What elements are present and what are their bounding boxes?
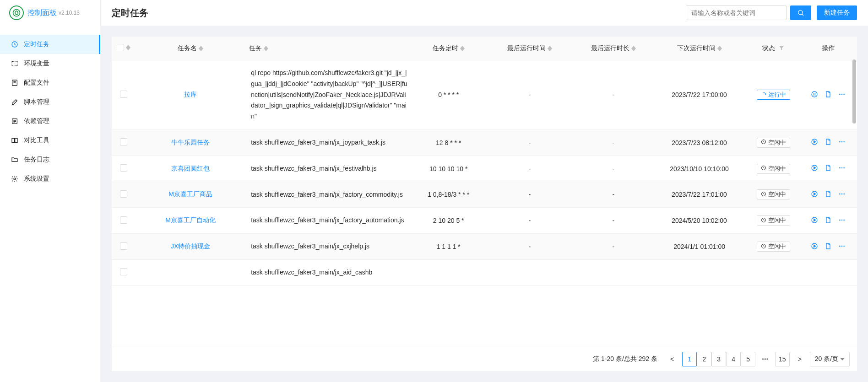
sidebar-item-0[interactable]: 定时任务	[0, 35, 100, 54]
row-checkbox[interactable]	[120, 91, 127, 98]
col-task-header[interactable]: 任务	[249, 44, 262, 53]
row-checkbox[interactable]	[120, 268, 127, 275]
row-checkbox[interactable]	[120, 216, 127, 224]
table-row: task shufflewzc_faker3_main/jx_aid_cashb	[112, 259, 857, 285]
search-button[interactable]	[790, 5, 811, 20]
sort-icon[interactable]	[717, 46, 722, 51]
row-checkbox[interactable]	[120, 164, 127, 172]
sort-icon[interactable]	[126, 45, 130, 50]
run-stop-button[interactable]	[811, 242, 818, 250]
run-stop-button[interactable]	[811, 190, 818, 198]
row-checkbox[interactable]	[120, 138, 127, 145]
svg-rect-2	[12, 61, 17, 65]
log-button[interactable]	[825, 190, 832, 198]
more-button[interactable]	[838, 190, 846, 198]
edit-icon	[11, 98, 18, 106]
page-button[interactable]: 5	[741, 352, 755, 366]
log-button[interactable]	[825, 164, 832, 172]
task-next-run: 2024/5/20 10:02:00	[651, 208, 747, 234]
sidebar-item-2[interactable]: 配置文件	[0, 73, 100, 92]
svg-point-10	[812, 91, 817, 97]
log-button[interactable]	[825, 216, 832, 224]
row-checkbox[interactable]	[120, 190, 127, 198]
svg-point-11	[839, 94, 841, 95]
sidebar-item-4[interactable]: 依赖管理	[0, 112, 100, 131]
task-duration: -	[575, 234, 651, 260]
more-button[interactable]	[838, 138, 846, 145]
task-next-run: 2023/7/23 08:12:00	[651, 129, 747, 156]
task-name-link[interactable]: 拉库	[184, 91, 197, 98]
log-button[interactable]	[825, 138, 832, 145]
more-button[interactable]	[838, 216, 846, 224]
sort-icon[interactable]	[199, 46, 203, 51]
task-duration: -	[575, 129, 651, 156]
more-button[interactable]	[838, 91, 846, 98]
sidebar-item-3[interactable]: 脚本管理	[0, 92, 100, 112]
row-checkbox[interactable]	[120, 242, 127, 250]
log-button[interactable]	[825, 242, 832, 250]
next-page-button[interactable]: >	[792, 352, 807, 366]
sidebar-item-5[interactable]: 对比工具	[0, 131, 100, 150]
task-name-link[interactable]: 京喜团圆红包	[171, 165, 210, 172]
create-task-button[interactable]: 新建任务	[817, 5, 857, 20]
sidebar-menu: 定时任务环境变量配置文件脚本管理依赖管理对比工具任务日志系统设置	[0, 26, 100, 188]
col-next-header[interactable]: 下次运行时间	[677, 44, 716, 53]
sidebar-item-6[interactable]: 任务日志	[0, 150, 100, 169]
select-all-checkbox[interactable]	[117, 44, 124, 51]
task-command: task shufflewzc_faker3_main/jx_joypark_t…	[245, 129, 412, 156]
svg-point-22	[841, 167, 843, 169]
sidebar-item-label: 环境变量	[24, 59, 49, 68]
more-button[interactable]	[838, 164, 846, 172]
scrollbar[interactable]	[852, 59, 856, 124]
col-dur-header[interactable]: 最后运行时长	[591, 44, 629, 53]
svg-point-12	[841, 94, 843, 95]
task-name-link[interactable]: JX特价抽现金	[171, 242, 210, 250]
more-button[interactable]	[838, 242, 846, 250]
run-stop-button[interactable]	[811, 138, 818, 145]
run-stop-button[interactable]	[811, 91, 818, 98]
page-button[interactable]: 3	[711, 352, 726, 366]
task-next-run: 2023/7/22 17:00:00	[651, 60, 747, 130]
filter-icon[interactable]	[779, 45, 784, 52]
task-command: task shufflewzc_faker3_main/jx_festivalh…	[245, 156, 412, 182]
col-cron-header[interactable]: 任务定时	[433, 44, 458, 53]
clock-icon	[761, 165, 766, 172]
task-duration: -	[575, 156, 651, 182]
page-size-select[interactable]: 20 条/页	[810, 352, 850, 366]
sort-icon[interactable]	[548, 46, 552, 51]
log-button[interactable]	[825, 91, 832, 98]
run-stop-button[interactable]	[811, 164, 818, 172]
task-name-link[interactable]: M京喜工厂商品	[168, 190, 212, 198]
sort-icon[interactable]	[631, 46, 636, 51]
task-last-run: -	[484, 129, 575, 156]
sidebar-item-label: 定时任务	[24, 40, 49, 48]
svg-point-28	[844, 194, 845, 195]
col-name-header[interactable]: 任务名	[178, 44, 197, 53]
col-last-header[interactable]: 最后运行时间	[507, 44, 546, 53]
main: 定时任务 新建任务 任务名 任务 任务定时 最后运行时间	[101, 0, 868, 382]
table-row: M京喜工厂自动化task shufflewzc_faker3_main/jx_f…	[112, 208, 857, 234]
task-duration	[575, 259, 651, 285]
table-row: 拉库ql repo https://github.com/shufflewzc/…	[112, 60, 857, 130]
task-duration: -	[575, 208, 651, 234]
table-row: JX特价抽现金task shufflewzc_faker3_main/jx_cx…	[112, 234, 857, 260]
task-name-link[interactable]: M京喜工厂自动化	[165, 216, 216, 224]
sort-icon[interactable]	[460, 46, 465, 51]
sidebar-item-1[interactable]: 环境变量	[0, 54, 100, 73]
search-input[interactable]	[686, 5, 787, 20]
task-name-link[interactable]: 牛牛乐园任务	[171, 139, 210, 146]
brand-title: 控制面板	[27, 8, 57, 18]
sidebar: 控制面板 v2.10.13 定时任务环境变量配置文件脚本管理依赖管理对比工具任务…	[0, 0, 101, 382]
page-button[interactable]: 2	[697, 352, 711, 366]
last-page-button[interactable]: 15	[775, 352, 790, 366]
page-button[interactable]: 1	[682, 352, 697, 366]
run-stop-button[interactable]	[811, 216, 818, 224]
prev-page-button[interactable]: <	[665, 352, 679, 366]
sort-icon[interactable]	[264, 46, 268, 51]
sidebar-item-7[interactable]: 系统设置	[0, 169, 100, 188]
task-last-run: -	[484, 234, 575, 260]
svg-point-13	[844, 94, 845, 95]
task-cron: 0 * * * *	[412, 60, 484, 130]
page-button[interactable]: 4	[726, 352, 741, 366]
col-status-header[interactable]: 状态	[762, 44, 775, 53]
